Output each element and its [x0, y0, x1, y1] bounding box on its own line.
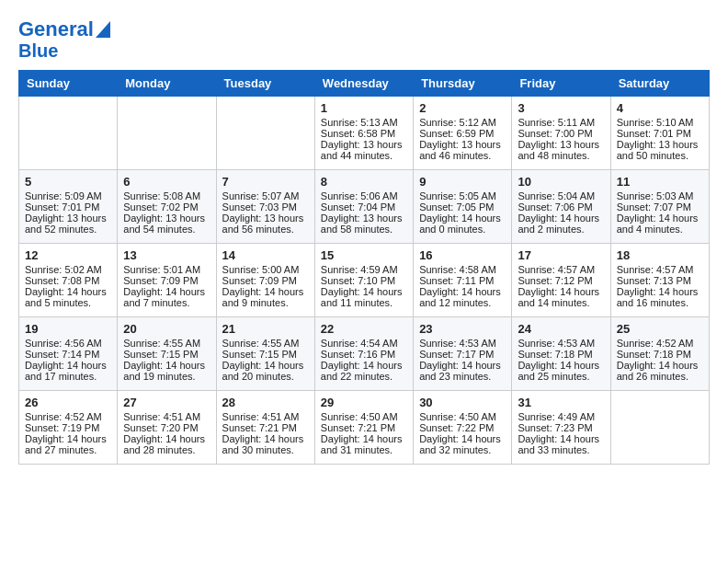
calendar-cell: 28Sunrise: 4:51 AMSunset: 7:21 PMDayligh… [216, 391, 314, 465]
calendar-body: 1Sunrise: 5:13 AMSunset: 6:58 PMDaylight… [19, 97, 710, 465]
sunset-text: Sunset: 6:58 PM [321, 128, 407, 139]
weekday-header: Wednesday [314, 71, 413, 97]
daylight-text: Daylight: 14 hours and 33 minutes. [518, 433, 604, 455]
calendar-cell: 8Sunrise: 5:06 AMSunset: 7:04 PMDaylight… [314, 170, 413, 244]
sunrise-text: Sunrise: 5:11 AM [518, 117, 604, 128]
day-number: 12 [25, 248, 111, 262]
logo-text: General [18, 18, 94, 40]
daylight-text: Daylight: 14 hours and 23 minutes. [419, 360, 506, 382]
calendar-cell: 17Sunrise: 4:57 AMSunset: 7:12 PMDayligh… [512, 244, 610, 317]
day-number: 25 [617, 322, 703, 336]
day-number: 1 [321, 101, 407, 115]
sunset-text: Sunset: 7:16 PM [321, 349, 407, 360]
daylight-text: Daylight: 14 hours and 4 minutes. [617, 213, 703, 235]
calendar-cell: 9Sunrise: 5:05 AMSunset: 7:05 PMDaylight… [414, 170, 512, 244]
calendar-cell: 30Sunrise: 4:50 AMSunset: 7:22 PMDayligh… [414, 391, 512, 465]
daylight-text: Daylight: 14 hours and 0 minutes. [419, 213, 506, 235]
sunset-text: Sunset: 7:21 PM [321, 422, 407, 433]
calendar-week-row: 26Sunrise: 4:52 AMSunset: 7:19 PMDayligh… [19, 391, 710, 465]
sunrise-text: Sunrise: 5:08 AM [123, 190, 210, 201]
calendar-cell: 25Sunrise: 4:52 AMSunset: 7:18 PMDayligh… [610, 317, 709, 391]
sunrise-text: Sunrise: 5:05 AM [419, 190, 506, 201]
sunrise-text: Sunrise: 4:57 AM [617, 264, 703, 275]
sunset-text: Sunset: 7:05 PM [419, 201, 506, 213]
logo-arrow-icon [96, 21, 110, 38]
calendar-cell: 26Sunrise: 4:52 AMSunset: 7:19 PMDayligh… [19, 391, 118, 465]
sunset-text: Sunset: 7:00 PM [518, 128, 604, 139]
sunset-text: Sunset: 7:04 PM [321, 201, 407, 213]
day-number: 3 [518, 101, 604, 115]
sunrise-text: Sunrise: 4:54 AM [321, 338, 407, 349]
sunrise-text: Sunrise: 4:58 AM [419, 264, 506, 275]
day-number: 18 [617, 248, 703, 262]
sunset-text: Sunset: 7:14 PM [25, 349, 111, 360]
day-number: 9 [419, 175, 506, 189]
day-number: 21 [222, 322, 309, 336]
calendar-cell: 24Sunrise: 4:53 AMSunset: 7:18 PMDayligh… [512, 317, 610, 391]
day-number: 27 [123, 396, 210, 409]
sunset-text: Sunset: 7:18 PM [518, 349, 604, 360]
sunset-text: Sunset: 7:20 PM [123, 422, 210, 433]
calendar-cell: 15Sunrise: 4:59 AMSunset: 7:10 PMDayligh… [314, 244, 413, 317]
day-number: 8 [321, 175, 407, 189]
sunrise-text: Sunrise: 5:00 AM [222, 264, 309, 275]
sunrise-text: Sunrise: 4:53 AM [518, 338, 604, 349]
day-number: 22 [321, 322, 407, 336]
sunset-text: Sunset: 7:11 PM [419, 275, 506, 286]
sunrise-text: Sunrise: 5:03 AM [617, 190, 703, 201]
sunset-text: Sunset: 7:09 PM [123, 275, 210, 286]
sunrise-text: Sunrise: 4:56 AM [25, 338, 111, 349]
day-number: 26 [25, 396, 111, 409]
day-number: 5 [25, 175, 111, 189]
sunrise-text: Sunrise: 4:51 AM [123, 411, 210, 422]
sunset-text: Sunset: 7:08 PM [25, 275, 111, 286]
sunrise-text: Sunrise: 4:55 AM [123, 338, 210, 349]
calendar-cell: 6Sunrise: 5:08 AMSunset: 7:02 PMDaylight… [118, 170, 216, 244]
sunset-text: Sunset: 7:02 PM [123, 201, 210, 213]
logo: General Blue [18, 18, 110, 61]
calendar-cell: 21Sunrise: 4:55 AMSunset: 7:15 PMDayligh… [216, 317, 314, 391]
calendar-cell: 20Sunrise: 4:55 AMSunset: 7:15 PMDayligh… [118, 317, 216, 391]
day-number: 10 [518, 175, 604, 189]
daylight-text: Daylight: 14 hours and 20 minutes. [222, 360, 309, 382]
sunset-text: Sunset: 7:15 PM [222, 349, 309, 360]
sunset-text: Sunset: 7:19 PM [25, 422, 111, 433]
daylight-text: Daylight: 14 hours and 32 minutes. [419, 433, 506, 455]
sunrise-text: Sunrise: 5:01 AM [123, 264, 210, 275]
sunset-text: Sunset: 7:07 PM [617, 201, 703, 213]
day-number: 4 [617, 101, 703, 115]
svg-marker-0 [96, 21, 110, 38]
sunrise-text: Sunrise: 5:02 AM [25, 264, 111, 275]
day-number: 17 [518, 248, 604, 262]
sunrise-text: Sunrise: 4:50 AM [419, 411, 506, 422]
calendar-cell [610, 391, 709, 465]
daylight-text: Daylight: 14 hours and 22 minutes. [321, 360, 407, 382]
daylight-text: Daylight: 14 hours and 16 minutes. [617, 286, 703, 308]
weekday-header: Monday [118, 71, 216, 97]
daylight-text: Daylight: 13 hours and 50 minutes. [617, 139, 703, 161]
day-number: 14 [222, 248, 309, 262]
day-number: 11 [617, 175, 703, 189]
sunrise-text: Sunrise: 4:59 AM [321, 264, 407, 275]
sunset-text: Sunset: 7:01 PM [617, 128, 703, 139]
calendar-cell: 29Sunrise: 4:50 AMSunset: 7:21 PMDayligh… [314, 391, 413, 465]
day-number: 6 [123, 175, 210, 189]
day-number: 19 [25, 322, 111, 336]
page-header: General Blue [18, 18, 710, 61]
calendar-cell: 12Sunrise: 5:02 AMSunset: 7:08 PMDayligh… [19, 244, 118, 317]
sunset-text: Sunset: 7:01 PM [25, 201, 111, 213]
calendar-cell: 7Sunrise: 5:07 AMSunset: 7:03 PMDaylight… [216, 170, 314, 244]
weekday-header: Tuesday [216, 71, 314, 97]
daylight-text: Daylight: 14 hours and 14 minutes. [518, 286, 604, 308]
day-number: 13 [123, 248, 210, 262]
sunrise-text: Sunrise: 5:09 AM [25, 190, 111, 201]
daylight-text: Daylight: 14 hours and 31 minutes. [321, 433, 407, 455]
sunrise-text: Sunrise: 5:06 AM [321, 190, 407, 201]
calendar-week-row: 1Sunrise: 5:13 AMSunset: 6:58 PMDaylight… [19, 97, 710, 170]
sunrise-text: Sunrise: 4:53 AM [419, 338, 506, 349]
day-number: 15 [321, 248, 407, 262]
daylight-text: Daylight: 14 hours and 30 minutes. [222, 433, 309, 455]
calendar-week-row: 12Sunrise: 5:02 AMSunset: 7:08 PMDayligh… [19, 244, 710, 317]
sunset-text: Sunset: 7:18 PM [617, 349, 703, 360]
calendar-table: SundayMondayTuesdayWednesdayThursdayFrid… [18, 70, 710, 465]
